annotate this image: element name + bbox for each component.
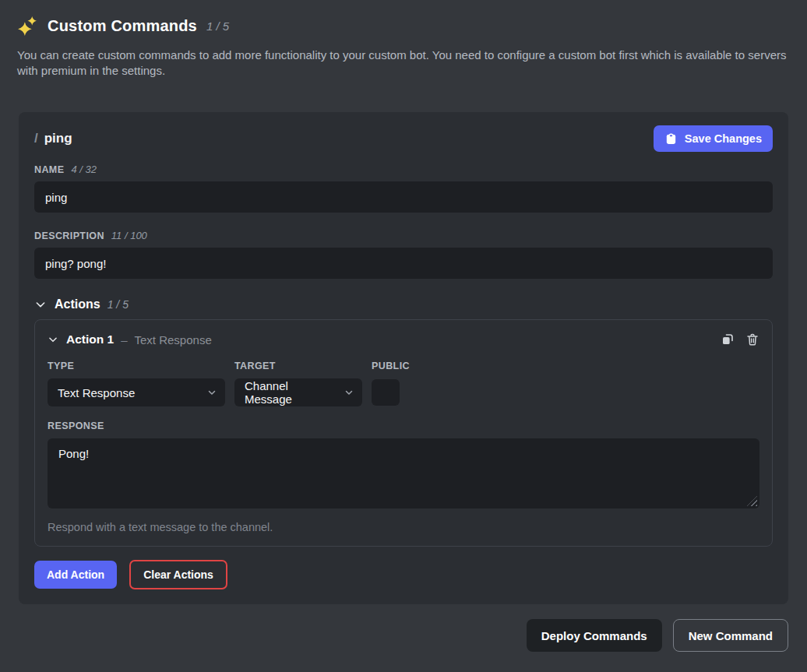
clear-actions-label: Clear Actions [143, 568, 213, 581]
sparkles-icon [17, 16, 38, 37]
command-title: /ping [34, 131, 72, 146]
add-action-button[interactable]: Add Action [34, 561, 117, 589]
command-name: ping [44, 131, 72, 146]
save-icon [664, 132, 678, 146]
name-label-row: NAME 4 / 32 [34, 164, 773, 176]
target-select[interactable]: Channel Message [234, 378, 362, 406]
new-command-button[interactable]: New Command [673, 619, 788, 652]
action-title: Action 1 [66, 332, 114, 347]
description-count: 11 / 100 [111, 230, 147, 241]
description-input[interactable] [34, 248, 773, 279]
response-label: RESPONSE [48, 420, 104, 431]
page-header: Custom Commands 1 / 5 You can create cus… [0, 0, 807, 79]
type-select[interactable]: Text Response [48, 378, 225, 406]
page-title: Custom Commands [48, 17, 197, 35]
action-separator: – [121, 333, 127, 347]
action-toolbar [721, 332, 759, 347]
action-subtitle: Text Response [135, 333, 212, 347]
public-field: PUBLIC [372, 361, 410, 406]
actions-section-toggle[interactable]: Actions 1 / 5 [34, 297, 773, 312]
save-changes-button[interactable]: Save Changes [654, 125, 773, 152]
trash-icon[interactable] [745, 332, 759, 347]
deploy-commands-button[interactable]: Deploy Commands [527, 619, 662, 652]
action-card: Action 1 – Text Response TYPE [34, 319, 773, 547]
public-label: PUBLIC [372, 361, 410, 371]
chevron-down-icon [207, 388, 217, 397]
actions-count: 1 / 5 [107, 298, 129, 311]
new-command-label: New Command [689, 629, 773, 642]
duplicate-icon[interactable] [721, 332, 735, 347]
type-field: TYPE Text Response [48, 361, 225, 406]
public-checkbox[interactable] [372, 379, 400, 406]
deploy-commands-label: Deploy Commands [541, 629, 647, 642]
chevron-down-icon [344, 388, 354, 397]
name-label: NAME [34, 164, 64, 175]
page-description: You can create custom commands to add mo… [17, 47, 790, 79]
description-label: DESCRIPTION [34, 230, 104, 241]
action-buttons-row: Add Action Clear Actions [34, 560, 773, 589]
action-helper-text: Respond with a text message to the chann… [48, 521, 759, 533]
target-field: TARGET Channel Message [234, 361, 362, 406]
target-label: TARGET [234, 361, 276, 371]
slash-prefix: / [34, 131, 38, 146]
commands-count: 1 / 5 [206, 19, 229, 33]
action-header: Action 1 – Text Response [48, 331, 759, 348]
name-count: 4 / 32 [71, 164, 97, 175]
action-fields-row: TYPE Text Response TARGET Channel Messag… [48, 361, 759, 406]
title-row: Custom Commands 1 / 5 [17, 14, 790, 37]
response-field-wrap: Pong! [48, 438, 759, 508]
response-label-row: RESPONSE [48, 420, 759, 433]
name-input[interactable] [34, 181, 773, 213]
chevron-down-icon[interactable] [48, 334, 58, 345]
description-label-row: DESCRIPTION 11 / 100 [34, 230, 773, 242]
command-card: /ping Save Changes NAME 4 / 32 DESCRIPTI… [19, 112, 788, 604]
type-label: TYPE [48, 361, 74, 371]
target-select-value: Channel Message [245, 379, 337, 406]
command-card-header: /ping Save Changes [34, 125, 773, 153]
add-action-label: Add Action [47, 568, 104, 581]
footer-actions: Deploy Commands New Command [19, 619, 788, 652]
response-textarea[interactable]: Pong! [48, 438, 759, 508]
chevron-down-icon [34, 298, 47, 311]
type-select-value: Text Response [58, 386, 135, 399]
actions-section-label: Actions [55, 297, 100, 311]
clear-actions-button[interactable]: Clear Actions [129, 560, 227, 589]
save-changes-label: Save Changes [685, 132, 762, 145]
